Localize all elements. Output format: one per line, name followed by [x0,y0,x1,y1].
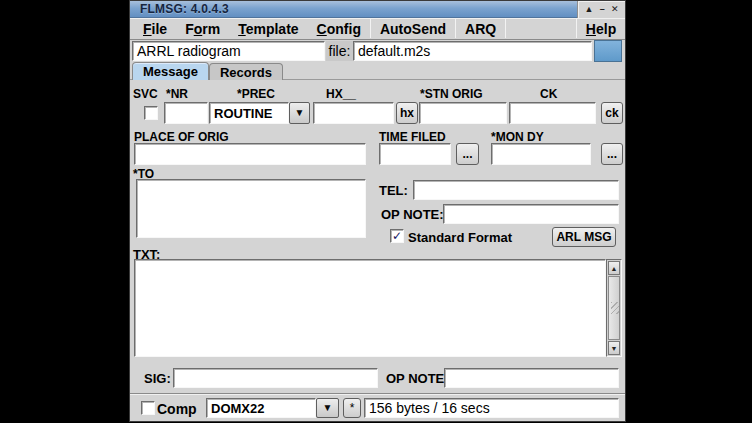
sig-label: SIG: [144,371,171,386]
txt-textarea[interactable] [134,259,606,357]
menu-arq[interactable]: ARQ [456,18,505,39]
menu-form[interactable]: Form [176,18,229,39]
time-filed-input[interactable] [379,143,451,165]
file-label: file: [326,41,353,61]
tab-bar: Message Records [130,62,625,80]
header-row: ARRL radiogram file: default.m2s [130,40,625,62]
tel-input[interactable] [413,180,619,200]
op-note-bottom-label: OP NOTE: [386,371,449,386]
nr-label: *NR [166,87,188,101]
scroll-down-icon: ▼ [611,345,618,352]
standard-format-check-glyph: ✓ [392,230,402,242]
tab-records[interactable]: Records [209,63,283,80]
tel-label: TEL: [379,183,408,198]
op-note-top-input[interactable] [443,204,619,224]
title-bar-blue[interactable]: FLMSG: 4.0.4.3 [130,1,577,18]
modem-dropdown-button[interactable]: ▼ [316,398,339,418]
message-form: SVC *NR *PREC HX__ *STN ORIG CK ▼ hx ck … [130,80,625,393]
hx-input[interactable] [313,102,394,124]
hx-button[interactable]: hx [396,102,418,124]
ck-button[interactable]: ck [601,102,623,124]
stn-orig-input[interactable] [419,102,507,124]
scroll-up-button[interactable]: ▲ [608,261,620,275]
close-icon[interactable]: ✕ [611,5,619,14]
menu-file[interactable]: File [134,18,176,39]
to-textarea[interactable] [136,179,366,238]
comp-checkbox[interactable] [141,401,155,415]
place-of-orig-label: PLACE OF ORIG [134,130,229,144]
scrollbar-thumb[interactable] [608,276,620,340]
time-filed-label: TIME FILED [379,130,446,144]
hx-label: HX__ [326,87,356,101]
scroll-down-button[interactable]: ▼ [608,341,620,355]
file-name-output: default.m2s [353,41,592,61]
flmsg-window: FLMSG: 4.0.4.3 ▲ – ✕ File Form Template … [129,0,626,422]
prec-combo-value[interactable] [209,102,289,124]
arl-msg-button[interactable]: ARL MSG [552,227,616,247]
mon-dy-input[interactable] [491,143,591,165]
scroll-up-icon: ▲ [611,265,618,272]
minimize-icon[interactable]: – [600,5,605,14]
bottom-bar: Comp ▼ * 156 bytes / 16 secs [130,393,625,421]
sig-input[interactable] [173,368,378,388]
chevron-down-icon: ▼ [323,403,333,413]
modem-star-button[interactable]: * [343,398,361,418]
modem-combo-value[interactable] [206,398,316,418]
scrollbar-grip [611,302,619,314]
header-blue-button[interactable] [594,40,622,62]
time-filed-browse-button[interactable]: ... [456,143,479,165]
ck-input[interactable] [509,102,596,124]
ck-label: CK [540,87,557,101]
nr-input[interactable] [164,102,208,124]
menu-spacer [506,18,576,39]
mon-dy-browse-button[interactable]: ... [601,143,623,165]
chevron-down-icon: ▼ [295,108,305,118]
menu-autosend[interactable]: AutoSend [371,18,455,39]
status-output: 156 bytes / 16 secs [364,398,619,418]
mon-dy-label: *MON DY [491,130,544,144]
menu-template[interactable]: Template [229,18,307,39]
svc-checkbox[interactable] [144,106,158,120]
tab-message[interactable]: Message [132,62,209,80]
title-bar: FLMSG: 4.0.4.3 ▲ – ✕ [130,1,625,18]
standard-format-checkbox[interactable]: ✓ [390,229,404,243]
place-of-orig-input[interactable] [134,143,366,165]
form-name-output: ARRL radiogram [132,41,325,61]
stn-orig-label: *STN ORIG [420,87,483,101]
prec-label: *PREC [237,87,275,101]
txt-scrollbar[interactable]: ▲ ▼ [606,259,622,357]
shade-icon[interactable]: ▲ [584,5,593,14]
op-note-bottom-input[interactable] [444,368,619,388]
op-note-top-label: OP NOTE: [381,207,444,222]
menu-help[interactable]: Help [577,18,625,39]
window-controls: ▲ – ✕ [577,1,625,18]
prec-dropdown-button[interactable]: ▼ [289,102,310,124]
menu-config[interactable]: Config [308,18,370,39]
svc-label: SVC [133,87,158,101]
menu-bar: File Form Template Config AutoSend ARQ H… [130,18,625,40]
window-title: FLMSG: 4.0.4.3 [140,2,229,16]
comp-label: Comp [157,401,197,417]
standard-format-label: Standard Format [408,230,512,245]
